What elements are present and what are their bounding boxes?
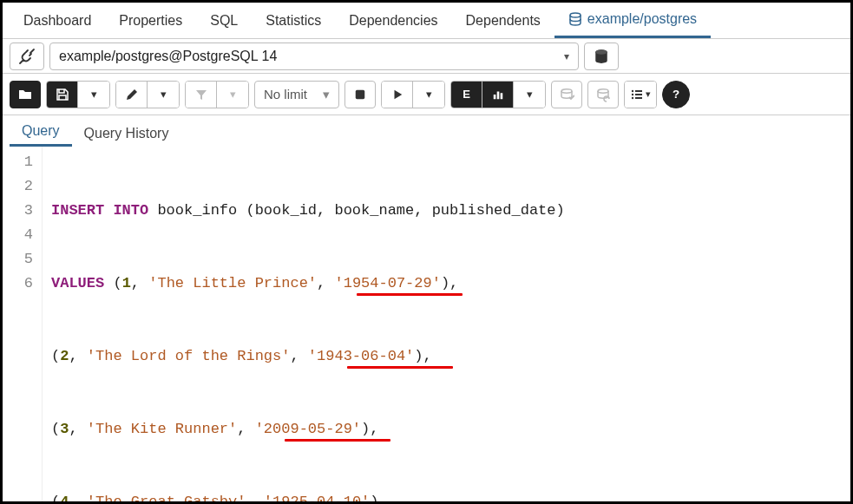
folder-icon bbox=[18, 88, 32, 101]
line-number: 2 bbox=[6, 174, 33, 199]
chevron-down-icon: ▾ bbox=[323, 87, 330, 102]
connection-bar: example/postgres@PostgreSQL 14 ▾ bbox=[3, 39, 850, 74]
tab-dependencies[interactable]: Dependencies bbox=[335, 3, 451, 38]
code-area[interactable]: INSERT INTO book_info (book_id, book_nam… bbox=[43, 147, 574, 504]
pencil-icon bbox=[125, 88, 139, 101]
limit-label: No limit bbox=[264, 87, 307, 101]
svg-rect-14 bbox=[635, 97, 642, 99]
chevron-down-icon: ▾ bbox=[646, 88, 651, 100]
annotation-underline bbox=[285, 439, 390, 442]
bar-chart-icon bbox=[492, 88, 504, 101]
commit-button[interactable] bbox=[551, 81, 582, 108]
play-icon bbox=[391, 88, 404, 101]
tab-properties[interactable]: Properties bbox=[105, 3, 196, 38]
svg-rect-12 bbox=[635, 94, 642, 95]
execute-button[interactable] bbox=[382, 82, 413, 108]
save-dropdown[interactable]: ▾ bbox=[78, 82, 109, 108]
svg-point-2 bbox=[595, 49, 607, 55]
help-button[interactable]: ? bbox=[662, 81, 690, 108]
line-number: 6 bbox=[6, 272, 33, 296]
chevron-down-icon: ▾ bbox=[91, 88, 97, 101]
connection-label: example/postgres@PostgreSQL 14 bbox=[59, 49, 277, 64]
macro-button[interactable]: ▾ bbox=[625, 82, 656, 108]
toolbar: ▾ ▾ ▾ No limit ▾ bbox=[3, 74, 850, 115]
line-gutter: 1 2 3 4 5 6 bbox=[3, 147, 43, 504]
stop-icon bbox=[354, 88, 366, 101]
svg-rect-3 bbox=[356, 89, 365, 99]
plug-icon bbox=[18, 48, 36, 65]
tab-dependents[interactable]: Dependents bbox=[452, 3, 554, 38]
svg-rect-5 bbox=[496, 91, 499, 99]
filter-group: ▾ bbox=[185, 81, 249, 108]
filter-icon bbox=[194, 88, 208, 101]
edit-button[interactable] bbox=[116, 82, 148, 108]
database-icon bbox=[568, 12, 582, 26]
code-line: (4, 'The Great Gatsby', '1925-04-10'), bbox=[51, 490, 565, 504]
svg-point-13 bbox=[632, 96, 633, 98]
svg-rect-4 bbox=[493, 95, 495, 99]
explain-group: E ▾ bbox=[450, 81, 546, 108]
chevron-down-icon: ▾ bbox=[230, 88, 236, 101]
top-tabs: Dashboard Properties SQL Statistics Depe… bbox=[3, 3, 850, 39]
filter-dropdown[interactable]: ▾ bbox=[217, 82, 248, 108]
execute-group: ▾ bbox=[381, 81, 445, 108]
code-line: INSERT INTO book_info (book_id, book_nam… bbox=[51, 199, 565, 223]
svg-rect-6 bbox=[500, 93, 502, 99]
list-icon bbox=[630, 88, 644, 101]
chevron-down-icon: ▾ bbox=[161, 88, 167, 101]
tab-dashboard[interactable]: Dashboard bbox=[10, 3, 105, 38]
annotation-underline bbox=[357, 293, 463, 296]
sql-editor[interactable]: 1 2 3 4 5 6 INSERT INTO book_info (book_… bbox=[3, 147, 850, 504]
line-number: 5 bbox=[6, 247, 33, 272]
explain-button[interactable]: E bbox=[451, 82, 482, 108]
chevron-down-icon: ▾ bbox=[564, 50, 569, 62]
tab-statistics[interactable]: Statistics bbox=[252, 3, 335, 38]
server-button[interactable] bbox=[584, 43, 619, 70]
macro-group: ▾ bbox=[624, 81, 657, 108]
database-icon bbox=[594, 49, 609, 64]
rollback-button[interactable] bbox=[587, 81, 619, 108]
explain-analyze-button[interactable] bbox=[482, 82, 514, 108]
tab-query[interactable]: Query bbox=[10, 118, 72, 147]
execute-dropdown[interactable]: ▾ bbox=[413, 82, 444, 108]
code-line: (2, 'The Lord of the Rings', '1943-06-04… bbox=[51, 344, 565, 369]
connection-status-button[interactable] bbox=[10, 43, 44, 70]
svg-point-0 bbox=[570, 13, 581, 17]
connection-select[interactable]: example/postgres@PostgreSQL 14 ▾ bbox=[49, 43, 579, 70]
save-icon bbox=[56, 88, 69, 101]
line-number: 4 bbox=[6, 223, 33, 247]
tab-query-history[interactable]: Query History bbox=[72, 121, 181, 147]
explain-dropdown[interactable]: ▾ bbox=[514, 82, 545, 108]
rollback-icon bbox=[595, 87, 611, 102]
stop-button[interactable] bbox=[344, 81, 376, 108]
svg-point-9 bbox=[632, 89, 633, 91]
code-line: (3, 'The Kite Runner', '2009-05-29'), bbox=[51, 417, 565, 442]
svg-rect-10 bbox=[635, 90, 642, 92]
tab-sql[interactable]: SQL bbox=[196, 3, 252, 38]
edit-group: ▾ bbox=[115, 81, 180, 108]
annotation-underline bbox=[347, 366, 453, 369]
filter-button[interactable] bbox=[186, 82, 217, 108]
open-file-button[interactable] bbox=[10, 81, 41, 108]
line-number: 1 bbox=[6, 150, 33, 174]
svg-point-8 bbox=[598, 88, 608, 92]
code-line: VALUES (1, 'The Little Prince', '1954-07… bbox=[51, 272, 565, 296]
query-tabs: Query Query History bbox=[3, 115, 850, 147]
chevron-down-icon: ▾ bbox=[426, 88, 432, 101]
limit-select[interactable]: No limit ▾ bbox=[254, 81, 339, 108]
help-icon: ? bbox=[673, 88, 679, 101]
commit-icon bbox=[559, 87, 574, 102]
letter-e-icon: E bbox=[463, 88, 470, 101]
save-group: ▾ bbox=[46, 81, 110, 108]
line-number: 3 bbox=[6, 199, 33, 223]
svg-point-7 bbox=[561, 88, 572, 92]
svg-point-11 bbox=[632, 93, 633, 95]
tab-query-tool[interactable]: example/postgres bbox=[554, 3, 711, 38]
app-frame: Dashboard Properties SQL Statistics Depe… bbox=[0, 0, 853, 504]
tab-query-tool-label: example/postgres bbox=[587, 11, 697, 27]
save-button[interactable] bbox=[47, 82, 78, 108]
edit-dropdown[interactable]: ▾ bbox=[148, 82, 179, 108]
chevron-down-icon: ▾ bbox=[527, 88, 533, 101]
